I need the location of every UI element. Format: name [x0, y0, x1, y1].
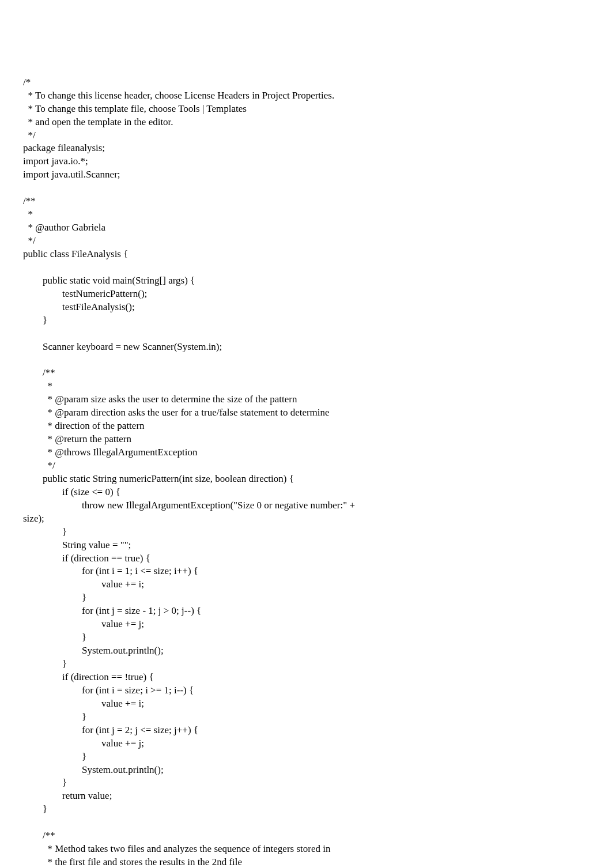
code-content: /* * To change this license header, choo… [23, 76, 589, 868]
